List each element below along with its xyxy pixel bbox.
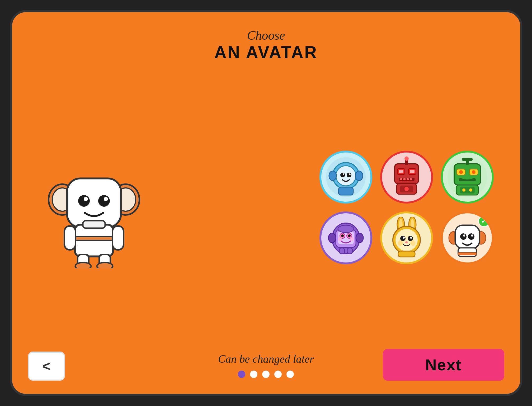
avatar-purple-robot[interactable] (319, 211, 372, 264)
svg-point-64 (348, 234, 351, 237)
svg-rect-37 (400, 178, 402, 180)
svg-point-67 (328, 233, 336, 243)
svg-point-17 (97, 262, 113, 268)
svg-point-69 (338, 225, 354, 233)
svg-point-24 (349, 173, 351, 175)
svg-rect-96 (458, 252, 477, 255)
svg-rect-70 (339, 248, 345, 254)
svg-point-92 (468, 233, 474, 240)
svg-point-55 (462, 188, 465, 192)
svg-point-80 (408, 236, 413, 241)
svg-point-93 (463, 234, 465, 237)
svg-point-78 (396, 229, 418, 251)
svg-rect-10 (83, 221, 105, 228)
svg-rect-71 (347, 248, 352, 254)
svg-rect-34 (399, 170, 403, 173)
svg-point-43 (404, 187, 409, 191)
avatar-red-robot[interactable] (380, 151, 433, 204)
svg-point-20 (336, 166, 356, 186)
svg-point-82 (410, 237, 412, 239)
content-area: ✓ (12, 62, 520, 353)
svg-point-91 (460, 233, 467, 240)
svg-point-50 (459, 170, 463, 174)
svg-point-51 (472, 170, 475, 174)
svg-point-65 (338, 237, 342, 241)
svg-rect-40 (410, 178, 412, 180)
svg-point-22 (347, 173, 351, 177)
next-button[interactable]: Next (383, 349, 504, 381)
choose-label: Choose (214, 28, 318, 43)
svg-point-68 (356, 233, 363, 243)
title-area: Choose AN AVATAR (214, 28, 318, 62)
svg-point-7 (84, 197, 88, 201)
back-button[interactable]: < (28, 352, 65, 381)
avatar-yellow-bunny[interactable] (380, 211, 433, 264)
avatar-grid: ✓ (319, 151, 494, 264)
svg-rect-47 (462, 158, 473, 161)
avatar-green-robot[interactable] (441, 151, 494, 204)
svg-point-79 (400, 236, 406, 241)
avatar-blue-astronaut[interactable] (319, 151, 372, 204)
svg-rect-35 (410, 170, 415, 173)
svg-point-5 (78, 195, 90, 207)
svg-point-83 (405, 241, 408, 243)
svg-point-8 (104, 197, 108, 201)
next-label: Next (425, 356, 462, 374)
dot-4[interactable] (274, 371, 282, 378)
svg-point-56 (469, 188, 472, 192)
dot-1[interactable] (238, 371, 245, 378)
selected-checkmark: ✓ (478, 215, 490, 227)
dot-2[interactable] (250, 371, 257, 378)
dot-3[interactable] (262, 371, 270, 378)
svg-point-26 (329, 171, 336, 181)
svg-rect-54 (460, 187, 475, 193)
svg-point-81 (403, 237, 405, 239)
svg-point-84 (398, 241, 403, 246)
main-screen: Choose AN AVATAR (10, 10, 522, 396)
dot-5[interactable] (286, 371, 294, 378)
svg-rect-39 (407, 178, 409, 180)
pagination-dots (238, 371, 294, 378)
svg-rect-86 (398, 251, 415, 257)
svg-rect-13 (112, 226, 124, 250)
svg-point-31 (404, 156, 409, 161)
svg-rect-12 (64, 226, 76, 250)
svg-rect-4 (67, 178, 121, 227)
svg-point-6 (98, 195, 110, 207)
avatar-label: AN AVATAR (214, 43, 318, 62)
svg-rect-25 (338, 187, 353, 195)
change-later-text: Can be changed later (218, 353, 314, 365)
svg-point-27 (355, 171, 363, 181)
svg-point-23 (343, 173, 344, 175)
back-icon: < (42, 358, 50, 374)
robot-preview (39, 144, 149, 271)
avatar-white-robot[interactable]: ✓ (441, 211, 494, 264)
selected-avatar-display (44, 147, 144, 268)
svg-point-63 (341, 234, 344, 237)
svg-point-21 (340, 173, 345, 177)
svg-point-94 (471, 234, 473, 237)
svg-rect-38 (403, 178, 406, 180)
bottom-area: Can be changed later (218, 353, 314, 378)
svg-point-16 (75, 262, 91, 268)
svg-point-85 (410, 241, 416, 246)
svg-point-66 (350, 237, 354, 241)
svg-rect-11 (75, 237, 113, 240)
